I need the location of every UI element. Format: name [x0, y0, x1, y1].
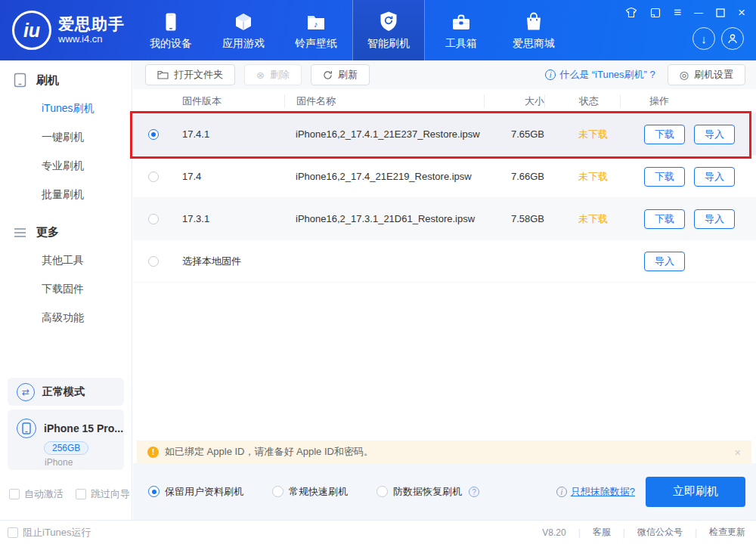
firmware-status: 未下载 — [544, 128, 620, 141]
firmware-name: iPhone16,2_17.4_21E219_Restore.ipsw — [284, 171, 484, 182]
folder-icon — [157, 70, 169, 79]
device-mode-card[interactable]: ⇄ 正常模式 — [8, 378, 124, 406]
checkbox-icon — [9, 489, 20, 499]
firmware-row-17-4[interactable]: 17.4 iPhone16,2_17.4_21E219_Restore.ipsw… — [133, 156, 756, 198]
download-button[interactable]: 下载 — [644, 209, 685, 229]
col-firmware-version: 固件版本 — [171, 94, 284, 108]
version-label: V8.20 — [542, 527, 565, 538]
sidebar-item-other-tools[interactable]: 其他工具 — [0, 246, 132, 274]
open-folder-label: 打开文件夹 — [174, 68, 223, 82]
store-bag-icon — [525, 11, 543, 32]
smart-flash-shield-icon — [379, 11, 398, 32]
divider: | — [695, 527, 697, 538]
import-button[interactable]: 导入 — [694, 209, 735, 229]
section-title: 刷机 — [36, 73, 59, 88]
open-folder-button[interactable]: 打开文件夹 — [145, 64, 235, 85]
col-status: 状态 — [544, 94, 620, 108]
import-button[interactable]: 导入 — [644, 252, 685, 271]
radio-unselected[interactable] — [148, 256, 159, 267]
flash-settings-button[interactable]: ◎ 刷机设置 — [668, 64, 745, 85]
col-firmware-name: 固件名称 — [284, 94, 484, 108]
refresh-label: 刷新 — [338, 68, 358, 82]
firmware-row-17-4-1[interactable]: 17.4.1 iPhone16,2_17.4.1_21E237_Restore.… — [133, 113, 756, 156]
device-circle-icon — [17, 419, 36, 438]
check-update-link[interactable]: 检查更新 — [709, 526, 745, 539]
radio-icon — [272, 486, 284, 497]
sidebar-item-itunes-flash[interactable]: iTunes刷机 — [0, 94, 132, 122]
sidebar-item-onekey-flash[interactable]: 一键刷机 — [0, 122, 132, 151]
firmware-version: 17.4 — [171, 171, 284, 182]
info-icon: i — [545, 70, 556, 80]
apps-cube-icon — [234, 11, 253, 32]
refresh-icon — [323, 70, 333, 80]
refresh-button[interactable]: 刷新 — [311, 64, 370, 85]
flash-now-button[interactable]: 立即刷机 — [646, 477, 745, 507]
sidebar-checkboxes: 自动激活 跳过向导 — [9, 487, 130, 501]
device-card[interactable]: iPhone 15 Pro... 256GB iPhone — [8, 410, 124, 470]
radio-unselected[interactable] — [148, 172, 159, 182]
anti-recovery-radio[interactable]: 防数据恢复刷机 ? — [376, 485, 479, 499]
tab-smart-flash[interactable]: 智能刷机 — [352, 0, 425, 60]
skin-icon[interactable] — [625, 8, 637, 18]
notice-text: 如已绑定 Apple ID，请准备好 Apple ID和密码。 — [165, 445, 373, 459]
firmware-name: iPhone16,2_17.3.1_21D61_Restore.ipsw — [284, 213, 484, 224]
import-button[interactable]: 导入 — [694, 125, 735, 144]
import-button[interactable]: 导入 — [694, 167, 735, 187]
close-icon[interactable]: × — [738, 7, 745, 19]
user-circle-icon[interactable] — [721, 27, 744, 50]
what-is-itunes-flash-link[interactable]: i 什么是 “iTunes刷机” ? — [545, 68, 655, 82]
tab-ringtones[interactable]: ♪ 铃声壁纸 — [280, 0, 352, 60]
sidebar-section-flash[interactable]: 刷机 — [0, 60, 132, 94]
tab-toolbox[interactable]: 工具箱 — [425, 0, 497, 60]
sidebar-section-more[interactable]: 更多 — [0, 213, 132, 246]
radio-label: 保留用户资料刷机 — [165, 485, 243, 499]
sidebar-item-batch-flash[interactable]: 批量刷机 — [0, 180, 132, 209]
status-bar: 阻止iTunes运行 V8.20 | 客服 | 微信公众号 | 检查更新 — [0, 520, 756, 544]
menu-lines-icon — [14, 227, 26, 238]
notice-close-icon[interactable]: × — [734, 446, 741, 459]
mode-label: 正常模式 — [42, 385, 85, 399]
block-itunes-label: 阻止iTunes运行 — [23, 526, 91, 539]
local-firmware-label: 选择本地固件 — [171, 255, 284, 268]
block-itunes-checkbox[interactable]: 阻止iTunes运行 — [8, 526, 91, 539]
customer-service-link[interactable]: 客服 — [593, 526, 611, 539]
tab-label: 我的设备 — [150, 37, 192, 51]
normal-fast-flash-radio[interactable]: 常规快速刷机 — [272, 485, 348, 499]
question-icon[interactable]: ? — [469, 487, 479, 497]
menu-icon[interactable]: ≡ — [674, 7, 681, 19]
sidebar-item-pro-flash[interactable]: 专业刷机 — [0, 151, 132, 180]
maximize-icon[interactable] — [716, 8, 725, 17]
mini-mode-icon[interactable] — [650, 8, 661, 18]
download-button[interactable]: 下载 — [644, 125, 685, 144]
sidebar-item-advanced[interactable]: 高级功能 — [0, 303, 132, 332]
gear-icon: ◎ — [680, 70, 689, 80]
download-circle-icon[interactable]: ↓ — [692, 27, 715, 50]
empty-area — [133, 283, 756, 440]
checkbox-icon — [8, 527, 18, 538]
divider: | — [623, 527, 625, 538]
radio-unselected[interactable] — [148, 214, 159, 224]
download-button[interactable]: 下载 — [644, 167, 685, 187]
mode-arrows-icon: ⇄ — [17, 383, 35, 401]
app-url: www.i4.cn — [58, 34, 125, 45]
erase-data-link[interactable]: i 只想抹除数据? — [556, 485, 635, 499]
radio-selected[interactable] — [148, 129, 159, 140]
tab-label: 爱思商城 — [513, 37, 555, 51]
keep-userdata-radio[interactable]: 保留用户资料刷机 — [148, 485, 243, 499]
wechat-account-link[interactable]: 微信公众号 — [637, 526, 683, 539]
tab-store[interactable]: 爱思商城 — [497, 0, 570, 60]
firmware-row-17-3-1[interactable]: 17.3.1 iPhone16,2_17.3.1_21D61_Restore.i… — [133, 198, 756, 240]
sidebar-item-download-firmware[interactable]: 下载固件 — [0, 274, 132, 303]
svg-text:♪: ♪ — [314, 20, 318, 29]
delete-button[interactable]: ⊗ 删除 — [244, 64, 302, 85]
local-firmware-row[interactable]: 选择本地固件 导入 — [133, 240, 756, 283]
delete-label: 删除 — [270, 68, 290, 82]
sidebar: 刷机 iTunes刷机 一键刷机 专业刷机 批量刷机 更多 其他工具 下载固件 … — [0, 60, 132, 520]
minimize-icon[interactable]: — — [694, 7, 703, 19]
tab-my-device[interactable]: 我的设备 — [135, 0, 207, 60]
window-controls: ≡ — × — [625, 7, 745, 19]
tab-apps-games[interactable]: 应用游戏 — [207, 0, 280, 60]
flash-settings-label: 刷机设置 — [694, 68, 733, 82]
skip-wizard-checkbox[interactable]: 跳过向导 — [76, 487, 130, 501]
auto-activate-checkbox[interactable]: 自动激活 — [9, 487, 64, 501]
